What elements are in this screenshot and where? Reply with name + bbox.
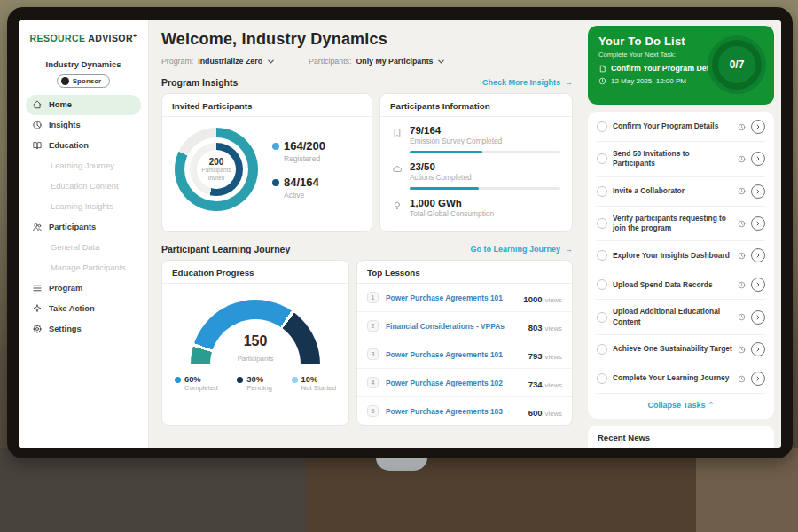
legend-value: 60% bbox=[184, 375, 201, 384]
monitor-stand-button bbox=[376, 458, 427, 471]
todo-item-send-invitations[interactable]: Send 50 Invitations to Participants bbox=[597, 142, 765, 177]
checkbox-icon[interactable] bbox=[597, 121, 607, 132]
program-dropdown-value: Industrialize Zero bbox=[198, 57, 262, 66]
sidebar-item-education[interactable]: Education bbox=[26, 136, 141, 156]
todo-item-upload-educational-content[interactable]: Upload Additional Educational Content bbox=[597, 300, 765, 335]
checkbox-icon[interactable] bbox=[597, 250, 607, 261]
todo-progress-value: 0/7 bbox=[730, 59, 745, 71]
todo-item-label: Confirm Your Program Details bbox=[613, 121, 732, 131]
clock-icon bbox=[738, 220, 746, 228]
todo-item-label: Verify participants requesting to join t… bbox=[613, 214, 732, 234]
go-to-learning-journey-link[interactable]: Go to Learning Journey → bbox=[470, 245, 573, 254]
lesson-link[interactable]: Power Purchase Agreements 103 bbox=[386, 407, 521, 416]
survey-icon bbox=[392, 128, 403, 138]
lesson-link[interactable]: Power Purchase Agreements 102 bbox=[386, 379, 521, 387]
gauge-legend: 60% Completed 30% Pending 10% Not Starte… bbox=[171, 366, 340, 399]
todo-item-achieve-sustainability-target[interactable]: Achieve One Sustainability Target bbox=[597, 335, 765, 364]
chevron-right-icon[interactable] bbox=[751, 372, 765, 386]
todo-item-label: Send 50 Invitations to Participants bbox=[613, 149, 732, 169]
sidebar-item-education-content[interactable]: Education Content bbox=[26, 176, 141, 197]
sidebar: RESOURCE ADVISOR+ Industry Dynamics Spon… bbox=[19, 20, 149, 448]
checkbox-icon[interactable] bbox=[597, 279, 607, 290]
participants-information-card: Participants Information 79/164 Emission… bbox=[379, 93, 573, 232]
sidebar-item-insights[interactable]: Insights bbox=[26, 115, 141, 136]
sidebar-item-label: Take Action bbox=[49, 304, 95, 313]
card-title: Participants Information bbox=[380, 94, 572, 117]
clock-icon bbox=[598, 77, 606, 85]
legend-pending: 30% Pending bbox=[237, 375, 272, 392]
chevron-right-icon[interactable] bbox=[751, 184, 765, 199]
main-content: Welcome, Industry Dynamics Program: Indu… bbox=[149, 20, 581, 448]
stat-label: Actions Completed bbox=[410, 173, 560, 182]
take-action-icon bbox=[32, 303, 43, 314]
participants-icon bbox=[32, 222, 43, 232]
sidebar-item-settings[interactable]: Settings bbox=[26, 319, 141, 340]
todo-item-complete-learning-journey[interactable]: Complete Your Learning Journey bbox=[597, 364, 765, 394]
not-started-dot-icon bbox=[292, 377, 298, 383]
section-title-learning-journey: Participant Learning Journey bbox=[161, 244, 290, 254]
lesson-rank: 2 bbox=[367, 320, 379, 332]
sidebar-item-participants[interactable]: Participants bbox=[26, 217, 141, 238]
checkbox-icon[interactable] bbox=[597, 344, 607, 355]
chevron-down-icon bbox=[437, 58, 445, 66]
clock-icon bbox=[738, 187, 746, 195]
todo-item-verify-participants[interactable]: Verify participants requesting to join t… bbox=[597, 207, 765, 242]
progress-fill bbox=[410, 187, 479, 190]
collapse-tasks-link[interactable]: Collapse Tasks ⌃ bbox=[597, 394, 765, 418]
checkbox-icon[interactable] bbox=[597, 218, 607, 229]
legend-completed: 60% Completed bbox=[175, 375, 218, 392]
dashboard-screen: RESOURCE ADVISOR+ Industry Dynamics Spon… bbox=[19, 20, 781, 448]
lesson-rank: 4 bbox=[367, 377, 379, 388]
chevron-right-icon[interactable] bbox=[751, 216, 765, 231]
lesson-views: 734views bbox=[528, 375, 562, 391]
sponsor-badge: Sponsor bbox=[57, 74, 110, 88]
check-more-insights-link[interactable]: Check More Insights → bbox=[482, 78, 573, 87]
todo-item-confirm-program[interactable]: Confirm Your Program Details bbox=[597, 113, 765, 142]
chevron-right-icon[interactable] bbox=[751, 152, 765, 166]
sidebar-item-program[interactable]: Program bbox=[26, 278, 141, 299]
lesson-views: 793views bbox=[528, 347, 562, 363]
program-dropdown[interactable]: Program: Industrialize Zero bbox=[161, 57, 275, 66]
education-progress-gauge-chart: 150 Participants bbox=[191, 300, 320, 364]
checkbox-icon[interactable] bbox=[597, 373, 607, 384]
chevron-right-icon[interactable] bbox=[751, 248, 765, 262]
todo-item-invite-collaborator[interactable]: Invite a Collaborator bbox=[597, 177, 765, 207]
sidebar-item-general-data[interactable]: General Data bbox=[26, 238, 141, 258]
checkbox-icon[interactable] bbox=[597, 153, 607, 164]
sidebar-menu: Home Insights Education Learning Journey… bbox=[26, 95, 141, 340]
todo-item-label: Invite a Collaborator bbox=[613, 186, 732, 196]
todo-header-card: Your To Do List Complete Your Next Task:… bbox=[588, 26, 774, 105]
stat-global-consumption: 1,000 GWh Total Global Consumption bbox=[392, 198, 560, 218]
lesson-rank: 3 bbox=[367, 348, 379, 360]
participants-dropdown-value: Only My Participants bbox=[356, 57, 433, 66]
donut-center-label: 200 Participants Invited bbox=[175, 128, 258, 211]
chevron-right-icon[interactable] bbox=[751, 120, 765, 134]
checkbox-icon[interactable] bbox=[597, 312, 607, 323]
sponsor-badge-label: Sponsor bbox=[73, 77, 101, 85]
todo-item-explore-insights[interactable]: Explore Your Insights Dashboard bbox=[597, 241, 765, 270]
todo-item-upload-spend-data[interactable]: Upload Spend Data Records bbox=[597, 270, 765, 300]
lesson-link[interactable]: Power Purchase Agreements 101 bbox=[386, 293, 516, 302]
recent-news-card: Recent News bbox=[588, 426, 774, 448]
todo-next-task-label: Confirm Your Program Details bbox=[611, 64, 722, 73]
sidebar-item-manage-participants[interactable]: Manage Participants bbox=[26, 258, 141, 278]
checkbox-icon[interactable] bbox=[597, 186, 607, 197]
active-label: Active bbox=[284, 191, 325, 200]
participants-dropdown[interactable]: Participants: Only My Participants bbox=[309, 57, 445, 66]
legend-label: Not Started bbox=[301, 384, 336, 392]
chevron-right-icon[interactable] bbox=[751, 310, 765, 325]
stat-value: 1,000 GWh bbox=[410, 198, 560, 208]
todo-panel: Your To Do List Complete Your Next Task:… bbox=[581, 20, 781, 448]
sidebar-item-learning-insights[interactable]: Learning Insights bbox=[26, 197, 141, 217]
background-desk-right bbox=[696, 448, 798, 532]
lesson-views: 803views bbox=[528, 318, 562, 334]
sidebar-item-learning-journey[interactable]: Learning Journey bbox=[26, 156, 141, 176]
chevron-right-icon[interactable] bbox=[751, 278, 765, 292]
lesson-link[interactable]: Power Purchase Agreements 101 bbox=[386, 350, 521, 359]
lesson-link[interactable]: Financial Considerations - VPPAs bbox=[386, 322, 521, 331]
top-lessons-card: Top Lessons 1 Power Purchase Agreements … bbox=[356, 260, 573, 426]
sidebar-item-home[interactable]: Home bbox=[26, 95, 141, 115]
insights-cards-row: Invited Participants 200 Participants In… bbox=[161, 93, 573, 232]
chevron-right-icon[interactable] bbox=[751, 342, 765, 356]
sidebar-item-take-action[interactable]: Take Action bbox=[26, 299, 141, 319]
